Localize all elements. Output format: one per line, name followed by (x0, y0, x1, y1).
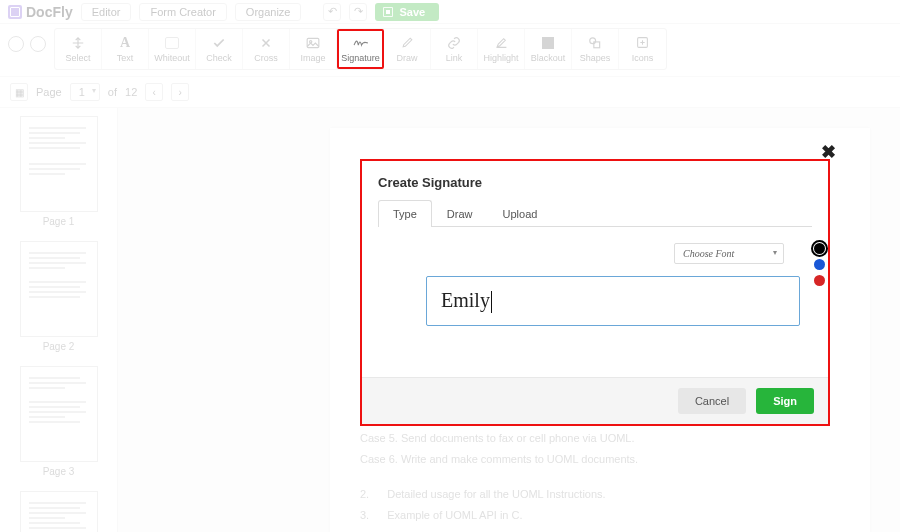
modal-body: Choose Font Emily (362, 227, 828, 377)
tab-form-creator[interactable]: Form Creator (139, 3, 226, 21)
save-button[interactable]: Save (375, 3, 439, 21)
tool-icons[interactable]: Icons (619, 29, 666, 69)
page-bar: ▦ Page 1 of 12 ‹ › (0, 77, 900, 108)
tool-signature[interactable]: Signature (337, 29, 384, 69)
tab-editor[interactable]: Editor (81, 3, 132, 21)
sign-button[interactable]: Sign (756, 388, 814, 414)
check-icon (211, 36, 227, 50)
create-signature-modal: ✖ Create Signature Type Draw Upload Choo… (360, 159, 830, 426)
thumbnail[interactable] (20, 241, 98, 337)
tool-draw[interactable]: Draw (384, 29, 431, 69)
signature-input[interactable]: Emily (426, 276, 800, 326)
color-blue[interactable] (814, 259, 825, 270)
thumbnail-panel[interactable]: Page 1 Page 2 Page 3 Page 4 (0, 108, 118, 532)
tool-text[interactable]: AText (102, 29, 149, 69)
page-label: Page (36, 86, 62, 98)
save-label: Save (399, 6, 425, 18)
topbar: DocFly Editor Form Creator Organize ↶ ↷ … (0, 0, 900, 24)
tab-upload[interactable]: Upload (488, 200, 553, 227)
close-icon[interactable]: ✖ (821, 141, 836, 163)
caret-icon (491, 291, 492, 313)
tab-organize[interactable]: Organize (235, 3, 302, 21)
move-icon (70, 36, 86, 50)
page-of: of (108, 86, 117, 98)
color-black[interactable] (814, 243, 825, 254)
thumb-caption: Page 1 (10, 216, 107, 227)
tool-image[interactable]: Image (290, 29, 337, 69)
cross-icon (258, 36, 274, 50)
svg-rect-0 (307, 38, 319, 47)
thumbnail[interactable] (20, 116, 98, 212)
tool-link[interactable]: Link (431, 29, 478, 69)
link-icon (446, 36, 462, 50)
color-swatches (814, 243, 825, 286)
signature-value: Emily (441, 289, 490, 311)
tool-highlight[interactable]: Highlight (478, 29, 525, 69)
tool-whiteout[interactable]: Whiteout (149, 29, 196, 69)
doc-line: 3.Example of UOML API in C. (360, 505, 840, 526)
font-select[interactable]: Choose Font (674, 243, 784, 264)
brand: DocFly (8, 4, 73, 20)
toolbar: Select AText Whiteout Check Cross Image … (54, 28, 667, 70)
page-prev[interactable]: ‹ (145, 83, 163, 101)
tab-type[interactable]: Type (378, 200, 432, 227)
pencil-icon (399, 36, 415, 50)
doc-line: Case 5. Send documents to fax or cell ph… (360, 428, 840, 449)
zoom-controls (8, 28, 46, 52)
thumbnail[interactable] (20, 491, 98, 532)
tab-draw[interactable]: Draw (432, 200, 488, 227)
page-next[interactable]: › (171, 83, 189, 101)
thumbnail[interactable] (20, 366, 98, 462)
tool-blackout[interactable]: Blackout (525, 29, 572, 69)
grid-view-icon[interactable]: ▦ (10, 83, 28, 101)
page-select[interactable]: 1 (70, 83, 100, 101)
redo-button[interactable]: ↷ (349, 3, 367, 21)
tool-select[interactable]: Select (55, 29, 102, 69)
brand-logo-icon (8, 5, 22, 19)
signature-icon (353, 36, 369, 50)
whiteout-icon (164, 36, 180, 50)
shapes-icon (587, 36, 603, 50)
color-red[interactable] (814, 275, 825, 286)
plus-square-icon (635, 36, 651, 50)
app-root: DocFly Editor Form Creator Organize ↶ ↷ … (0, 0, 900, 532)
thumb-caption: Page 2 (10, 341, 107, 352)
save-icon (383, 7, 393, 17)
tool-check[interactable]: Check (196, 29, 243, 69)
highlight-icon (493, 36, 509, 50)
undo-button[interactable]: ↶ (323, 3, 341, 21)
text-icon: A (117, 36, 133, 50)
modal-footer: Cancel Sign (362, 377, 828, 424)
page-total: 12 (125, 86, 137, 98)
svg-point-2 (590, 38, 596, 44)
cancel-button[interactable]: Cancel (678, 388, 746, 414)
zoom-out-icon[interactable] (30, 36, 46, 52)
image-icon (305, 36, 321, 50)
brand-name: DocFly (26, 4, 73, 20)
blackout-icon (540, 36, 556, 50)
modal-tabs: Type Draw Upload (378, 200, 812, 227)
zoom-in-icon[interactable] (8, 36, 24, 52)
thumb-caption: Page 3 (10, 466, 107, 477)
doc-line: 2.Detailed usage for all the UOML Instru… (360, 484, 840, 505)
modal-title: Create Signature (362, 161, 828, 200)
tool-shapes[interactable]: Shapes (572, 29, 619, 69)
tool-row: Select AText Whiteout Check Cross Image … (0, 24, 900, 77)
doc-line: Case 6. Write and make comments to UOML … (360, 449, 840, 470)
tool-cross[interactable]: Cross (243, 29, 290, 69)
